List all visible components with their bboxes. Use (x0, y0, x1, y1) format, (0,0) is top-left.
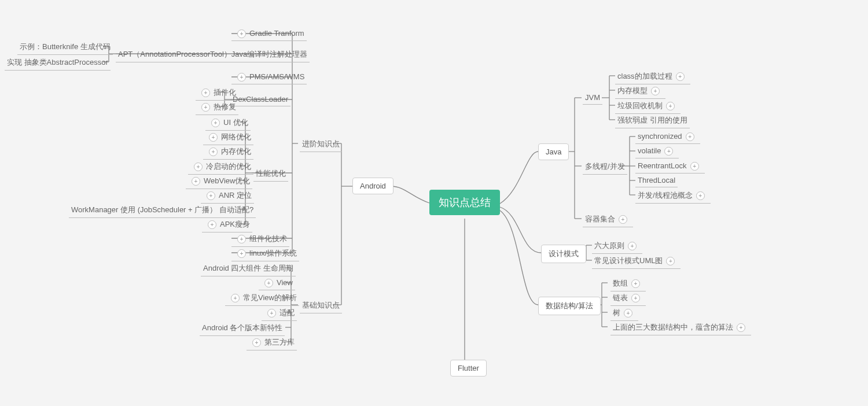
conc-pool[interactable]: 并发/线程池概念 (635, 189, 711, 204)
expand-icon[interactable] (666, 257, 675, 265)
perf-cold[interactable]: 冷启动的优化 (188, 160, 253, 175)
root-node[interactable]: 知识点总结 (429, 190, 500, 215)
perf-net[interactable]: 网络优化 (203, 131, 253, 145)
conc-threadlocal[interactable]: ThredLocal (635, 175, 678, 187)
expand-icon[interactable] (201, 103, 210, 112)
perf-webview-label: WebView优化 (204, 176, 250, 185)
basic-viewparse[interactable]: 常见View的解析 (225, 291, 299, 306)
expand-icon[interactable] (237, 249, 246, 258)
perf-apk[interactable]: APK瘦身 (202, 218, 252, 232)
jvm-gc[interactable]: 垃圾回收机制 (615, 99, 681, 114)
expand-icon[interactable] (252, 338, 261, 347)
design-six[interactable]: 六大原则 (592, 239, 642, 254)
expand-icon[interactable] (631, 279, 640, 288)
branch-data-algo[interactable]: 数据结构/算法 (538, 297, 601, 315)
design-uml-label: 常见设计模式UML图 (594, 256, 663, 265)
dex-plugin[interactable]: 插件化 (196, 86, 238, 101)
branch-android[interactable]: Android (352, 178, 393, 194)
da-linked-label: 链表 (613, 293, 628, 302)
adv-apt[interactable]: APT（AnnotationProcessorTool）Java编译时注解处理器 (116, 48, 310, 62)
expand-icon[interactable] (208, 220, 216, 229)
expand-icon[interactable] (231, 294, 240, 302)
conc-reentrant[interactable]: ReentrantLock (635, 160, 705, 174)
adv-linux[interactable]: linux/操作系统 (231, 247, 299, 261)
adv-dex[interactable]: DexClassLoader (230, 94, 290, 106)
expand-icon[interactable] (211, 119, 220, 127)
expand-icon[interactable] (628, 242, 637, 250)
da-algo-label: 上面的三大数据结构中，蕴含的算法 (613, 323, 733, 331)
mindmap-canvas: 知识点总结 Android Flutter Java 设计模式 数据结构/算法 … (0, 0, 868, 406)
expand-icon[interactable] (201, 88, 210, 97)
perf-mem[interactable]: 内存优化 (203, 145, 253, 160)
expand-icon[interactable] (696, 191, 705, 200)
expand-icon[interactable] (237, 235, 246, 243)
basic-thirdparty[interactable]: 第三方库 (247, 336, 297, 350)
expand-icon[interactable] (194, 163, 203, 171)
expand-icon[interactable] (237, 73, 246, 82)
perf-webview[interactable]: WebView优化 (186, 175, 252, 189)
da-algo[interactable]: 上面的三大数据结构中，蕴含的算法 (610, 321, 751, 335)
expand-icon[interactable] (207, 191, 215, 200)
expand-icon[interactable] (666, 102, 675, 110)
expand-icon[interactable] (209, 133, 218, 142)
basic-versions[interactable]: Android 各个版本新特性 (200, 322, 285, 336)
android-basic[interactable]: 基础知识点 (300, 299, 342, 313)
apt-ex2[interactable]: 实现 抽象类AbstractProcessor (5, 56, 111, 71)
expand-icon[interactable] (686, 132, 694, 141)
expand-icon[interactable] (664, 147, 673, 156)
adv-pms[interactable]: PMS/AMS/WMS (231, 71, 307, 84)
adv-componentize[interactable]: 组件化技术 (231, 232, 289, 247)
conc-reentrant-label: ReentrantLock (638, 161, 687, 170)
adv-componentize-label: 组件化技术 (249, 234, 287, 243)
expand-icon[interactable] (267, 309, 276, 318)
expand-icon[interactable] (237, 29, 246, 38)
jvm-memmodel[interactable]: 内存模型 (615, 84, 665, 99)
conc-sync[interactable]: synchronized (635, 131, 700, 144)
expand-icon[interactable] (619, 215, 627, 224)
basic-view[interactable]: View (259, 277, 295, 290)
conc-pool-label: 并发/线程池概念 (638, 191, 693, 200)
jvm-classload[interactable]: class的加载过程 (615, 70, 690, 84)
perf-wm[interactable]: WorkManager 使用 (JobScheduler + 广播） 自动适配? (69, 204, 256, 218)
adv-gradle[interactable]: Gradle Tranform (231, 28, 307, 41)
perf-apk-label: APK瘦身 (220, 220, 250, 228)
java-concurrent[interactable]: 多线程/并发 (583, 160, 627, 175)
basic-fourcomp[interactable]: Android 四大组件 生命周期 (201, 262, 296, 276)
da-array-label: 数组 (613, 279, 628, 287)
java-collection[interactable]: 容器集合 (583, 213, 633, 227)
java-jvm[interactable]: JVM (583, 92, 602, 105)
perf-anr[interactable]: ANR 定位 (201, 189, 254, 204)
dex-hotfix[interactable]: 热修复 (196, 101, 238, 115)
expand-icon[interactable] (192, 177, 200, 186)
jvm-memmodel-label: 内存模型 (617, 86, 648, 95)
expand-icon[interactable] (264, 279, 273, 287)
dex-plugin-label: 插件化 (214, 88, 236, 97)
adv-linux-label: linux/操作系统 (249, 249, 297, 257)
expand-icon[interactable] (737, 323, 745, 332)
jvm-ref[interactable]: 强软弱虚 引用的使用 (615, 114, 690, 128)
branch-design-pattern[interactable]: 设计模式 (541, 245, 586, 263)
java-collection-label: 容器集合 (585, 215, 615, 223)
perf-mem-label: 内存优化 (221, 147, 251, 156)
apt-ex1[interactable]: 示例：Butterknife 生成代码 (17, 40, 113, 55)
branch-java[interactable]: Java (538, 143, 569, 160)
expand-icon[interactable] (624, 309, 632, 318)
expand-icon[interactable] (209, 147, 218, 156)
da-array[interactable]: 数组 (610, 277, 646, 291)
expand-icon[interactable] (676, 72, 685, 81)
da-tree[interactable]: 树 (610, 307, 638, 321)
branch-flutter[interactable]: Flutter (450, 360, 487, 377)
conc-volatile[interactable]: volatile (635, 145, 679, 158)
basic-thirdparty-label: 第三方库 (264, 338, 295, 346)
basic-viewparse-label: 常见View的解析 (243, 293, 297, 302)
expand-icon[interactable] (631, 294, 640, 302)
basic-adapt[interactable]: 适配 (262, 307, 297, 321)
da-linked[interactable]: 链表 (610, 291, 646, 306)
adv-perf[interactable]: 性能优化 (253, 167, 288, 182)
expand-icon[interactable] (651, 87, 660, 95)
expand-icon[interactable] (690, 162, 699, 171)
android-advanced[interactable]: 进阶知识点 (300, 138, 342, 152)
design-uml[interactable]: 常见设计模式UML图 (592, 254, 681, 269)
adv-pms-label: PMS/AMS/WMS (249, 72, 304, 81)
perf-ui[interactable]: UI 优化 (205, 116, 251, 131)
